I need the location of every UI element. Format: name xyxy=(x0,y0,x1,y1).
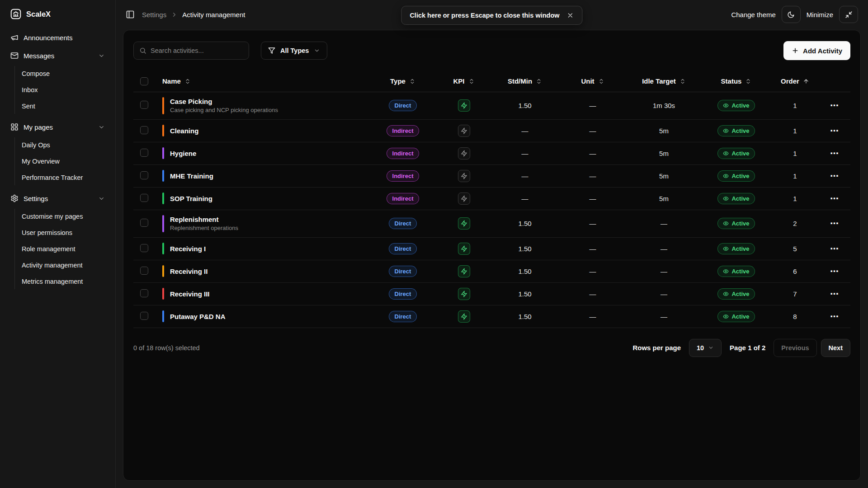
kpi-cell xyxy=(437,164,491,187)
minimize-button[interactable] xyxy=(839,6,858,23)
sidebar-item-daily-ops[interactable]: Daily Ops xyxy=(15,137,109,153)
toast-message: Click here or press Escape to close this… xyxy=(410,12,559,19)
moon-icon xyxy=(787,11,795,19)
select-all-checkbox[interactable] xyxy=(140,77,148,85)
row-checkbox[interactable] xyxy=(140,244,148,252)
row-actions-button[interactable]: ⋯ xyxy=(830,149,839,158)
column-header-unit[interactable]: Unit xyxy=(559,71,627,92)
sidebar-item-customise-my-pages[interactable]: Customise my pages xyxy=(15,209,109,224)
idle-target-value: 5m xyxy=(627,142,701,164)
type-filter-label: All Types xyxy=(280,47,309,54)
sidebar-item-metrics-management[interactable]: Metrics management xyxy=(15,274,109,289)
unit-value: — xyxy=(559,260,627,282)
row-actions-button[interactable]: ⋯ xyxy=(830,126,839,136)
unit-value: — xyxy=(559,237,627,260)
column-header-idle-target[interactable]: Idle Target xyxy=(627,71,701,92)
actions-cell: ⋯ xyxy=(819,237,850,260)
sidebar-item-my-pages[interactable]: My pages xyxy=(6,118,109,136)
row-checkbox[interactable] xyxy=(140,267,148,275)
sidebar-item-inbox[interactable]: Inbox xyxy=(15,82,109,98)
table-row[interactable]: Hygiene Indirect — — 5m Active 1 ⋯ xyxy=(133,142,850,164)
type-filter-button[interactable]: All Types xyxy=(261,42,327,60)
row-actions-button[interactable]: ⋯ xyxy=(830,312,839,321)
eye-icon xyxy=(723,291,729,297)
row-actions-button[interactable]: ⋯ xyxy=(830,289,839,299)
row-actions-button[interactable]: ⋯ xyxy=(830,219,839,228)
type-cell: Indirect xyxy=(369,187,437,210)
order-value: 1 xyxy=(771,142,819,164)
activities-table: Name Type KPI Std/Min Unit Idle Target S… xyxy=(133,71,850,328)
rows-per-page-select[interactable]: 10 xyxy=(689,339,722,357)
table-row[interactable]: Cleaning Indirect — — 5m Active 1 ⋯ xyxy=(133,119,850,142)
table-row[interactable]: Case Picking Case picking and NCP pickin… xyxy=(133,92,850,119)
sidebar-subitem-label: Customise my pages xyxy=(22,213,83,220)
row-checkbox[interactable] xyxy=(140,149,148,157)
status-label: Active xyxy=(731,313,749,320)
sidebar-toggle-button[interactable] xyxy=(126,10,135,19)
eye-icon xyxy=(723,103,729,108)
previous-page-button[interactable]: Previous xyxy=(774,339,816,357)
std-min-value: 1.50 xyxy=(491,92,559,119)
row-actions-button[interactable]: ⋯ xyxy=(830,101,839,110)
sidebar-subitem-label: Sent xyxy=(22,103,35,110)
column-header-order[interactable]: Order xyxy=(771,71,819,92)
activity-name: Receiving I xyxy=(170,245,206,253)
row-actions-button[interactable]: ⋯ xyxy=(830,194,839,203)
row-checkbox[interactable] xyxy=(140,126,148,134)
sidebar-item-label: Settings xyxy=(24,195,48,202)
close-icon[interactable] xyxy=(567,12,574,19)
column-header-name[interactable]: Name xyxy=(155,71,369,92)
theme-toggle-button[interactable] xyxy=(782,6,801,23)
row-checkbox[interactable] xyxy=(140,219,148,227)
row-checkbox[interactable] xyxy=(140,289,148,297)
table-row[interactable]: SOP Training Indirect — — 5m Active 1 ⋯ xyxy=(133,187,850,210)
row-checkbox[interactable] xyxy=(140,312,148,320)
status-label: Active xyxy=(731,245,749,252)
column-header-type[interactable]: Type xyxy=(369,71,437,92)
activity-name: Receiving III xyxy=(170,290,210,298)
sidebar-item-settings[interactable]: Settings xyxy=(6,190,109,207)
status-badge: Active xyxy=(717,266,755,277)
column-header-std-min[interactable]: Std/Min xyxy=(491,71,559,92)
row-actions-button[interactable]: ⋯ xyxy=(830,171,839,181)
gear-icon xyxy=(10,194,19,202)
row-checkbox[interactable] xyxy=(140,101,148,109)
status-badge: Active xyxy=(717,100,755,111)
sidebar-item-sent[interactable]: Sent xyxy=(15,99,109,114)
row-checkbox[interactable] xyxy=(140,194,148,202)
sidebar-item-activity-management[interactable]: Activity management xyxy=(15,258,109,273)
table-row[interactable]: MHE Training Indirect — — 5m Active 1 ⋯ xyxy=(133,164,850,187)
search-input[interactable] xyxy=(151,47,243,54)
kpi-bolt-icon xyxy=(458,243,470,255)
sidebar-item-messages[interactable]: Messages xyxy=(6,47,109,64)
sidebar-item-announcements[interactable]: Announcements xyxy=(6,29,109,46)
sidebar-item-user-permissions[interactable]: User permissions xyxy=(15,225,109,240)
search-icon xyxy=(139,47,146,54)
table-row[interactable]: Receiving II Direct 1.50 — — Active 6 ⋯ xyxy=(133,260,850,282)
column-header-kpi[interactable]: KPI xyxy=(437,71,491,92)
app-logo[interactable]: ScaleX xyxy=(6,6,109,29)
table-row[interactable]: Putaway P&D NA Direct 1.50 — — Active 8 … xyxy=(133,305,850,328)
status-badge: Active xyxy=(717,218,755,229)
sort-icon xyxy=(745,78,751,84)
sidebar-item-compose[interactable]: Compose xyxy=(15,66,109,81)
table-row[interactable]: Receiving I Direct 1.50 — — Active 5 ⋯ xyxy=(133,237,850,260)
breadcrumb-settings[interactable]: Settings xyxy=(142,11,166,19)
type-cell: Direct xyxy=(369,305,437,328)
status-badge: Active xyxy=(717,288,755,300)
table-row[interactable]: Receiving III Direct 1.50 — — Active 7 ⋯ xyxy=(133,282,850,305)
table-row[interactable]: Replenishment Replenishment operations D… xyxy=(133,210,850,237)
column-header-status[interactable]: Status xyxy=(701,71,771,92)
actions-cell: ⋯ xyxy=(819,119,850,142)
std-min-value: 1.50 xyxy=(491,282,559,305)
row-actions-button[interactable]: ⋯ xyxy=(830,267,839,276)
next-page-button[interactable]: Next xyxy=(821,339,850,357)
sidebar-item-my-overview[interactable]: My Overview xyxy=(15,154,109,169)
row-actions-button[interactable]: ⋯ xyxy=(830,244,839,253)
row-checkbox[interactable] xyxy=(140,171,148,179)
std-min-value: 1.50 xyxy=(491,260,559,282)
sidebar-item-performance-tracker[interactable]: Performance Tracker xyxy=(15,170,109,185)
add-activity-button[interactable]: Add Activity xyxy=(783,41,850,60)
status-cell: Active xyxy=(701,210,771,237)
sidebar-item-role-management[interactable]: Role management xyxy=(15,241,109,257)
